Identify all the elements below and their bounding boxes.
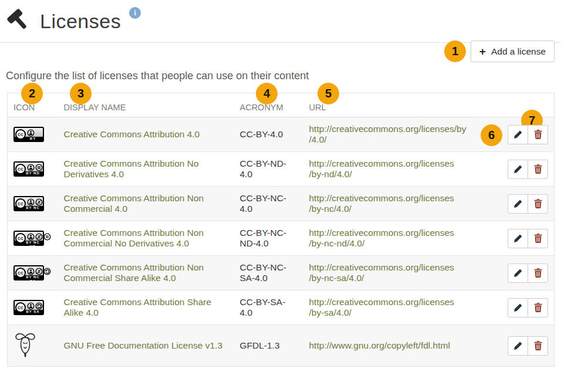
- license-icon-cell: [8, 325, 58, 367]
- pencil-icon: [513, 130, 522, 139]
- info-icon[interactable]: i: [129, 7, 141, 19]
- add-license-button[interactable]: + Add a license: [471, 40, 555, 62]
- edit-license-button[interactable]: [508, 125, 528, 144]
- pencil-icon: [513, 303, 522, 312]
- license-acronym: CC-BY-4.0: [234, 117, 303, 152]
- cc-by-sa-badge: ccBY SA: [13, 300, 44, 315]
- license-url-link[interactable]: http://creativecommons.org/licenses/by/4…: [309, 124, 467, 144]
- delete-license-button[interactable]: [528, 125, 548, 144]
- pencil-icon: [513, 269, 522, 278]
- table-row: ccBY SACreative Commons Attribution Shar…: [8, 290, 555, 325]
- row-action-buttons: [508, 263, 548, 283]
- table-row: ccBY NDCreative Commons Attribution No D…: [8, 152, 555, 187]
- license-url-link[interactable]: http://creativecommons.org/licenses/by-n…: [309, 262, 454, 283]
- cc-by-nc-nd-badge: cc$BY NC ND: [13, 231, 44, 246]
- license-acronym: CC-BY-NC-4.0: [234, 187, 303, 221]
- licenses-admin-page: Licenses i + Add a license Configure the…: [0, 0, 561, 392]
- pencil-icon: [513, 200, 522, 208]
- license-name-link[interactable]: Creative Commons Attribution 4.0: [64, 129, 200, 139]
- license-url-link[interactable]: http://creativecommons.org/licenses/by-n…: [309, 158, 454, 179]
- gnu-head-icon: [13, 349, 37, 359]
- edit-license-button[interactable]: [508, 336, 528, 356]
- cc-by-nc-badge: cc$BY NC: [13, 196, 44, 211]
- delete-license-button[interactable]: [528, 336, 548, 356]
- cc-by-nd-badge: ccBY ND: [13, 161, 44, 177]
- license-acronym: CC-BY-ND-4.0: [234, 152, 303, 187]
- pencil-icon: [513, 234, 522, 243]
- edit-license-button[interactable]: [508, 298, 528, 317]
- trash-icon: [534, 268, 542, 278]
- table-row: cc$BY NCCreative Commons Attribution Non…: [8, 187, 555, 221]
- callout-5: 5: [317, 83, 339, 104]
- delete-license-button[interactable]: [528, 298, 548, 317]
- edit-license-button[interactable]: [508, 229, 528, 248]
- trash-icon: [534, 130, 542, 139]
- delete-license-button[interactable]: [528, 160, 548, 179]
- pencil-icon: [513, 165, 522, 174]
- table-row: cc$BY NC NDCreative Commons Attribution …: [8, 221, 555, 256]
- license-url-link[interactable]: http://www.gnu.org/copyleft/fdl.html: [309, 340, 450, 350]
- table-row: GNU Free Documentation License v1.3GFDL-…: [8, 325, 555, 367]
- license-icon-cell: cc$BY NC ND: [8, 221, 58, 256]
- delete-license-button[interactable]: [528, 229, 548, 248]
- license-name-link[interactable]: Creative Commons Attribution Non Commerc…: [64, 193, 204, 214]
- license-acronym: CC-BY-SA-4.0: [234, 290, 303, 325]
- callout-6: 6: [481, 124, 502, 146]
- license-icon-cell: ccBY: [8, 117, 58, 152]
- edit-license-button[interactable]: [508, 263, 528, 283]
- license-icon-cell: cc$BY NC SA: [8, 256, 58, 290]
- edit-license-button[interactable]: [508, 194, 528, 214]
- trash-icon: [534, 164, 542, 174]
- delete-license-button[interactable]: [528, 263, 548, 283]
- trash-icon: [534, 199, 542, 208]
- license-name-link[interactable]: Creative Commons Attribution Non Commerc…: [64, 228, 204, 248]
- table-row: ccBYCreative Commons Attribution 4.0CC-B…: [8, 117, 555, 152]
- license-url-link[interactable]: http://creativecommons.org/licenses/by-n…: [309, 228, 454, 248]
- row-action-buttons: [508, 229, 548, 248]
- plus-icon: +: [479, 46, 486, 57]
- license-acronym: CC-BY-NC-ND-4.0: [234, 221, 303, 256]
- license-icon-cell: ccBY SA: [8, 290, 58, 325]
- delete-license-button[interactable]: [528, 194, 548, 214]
- cc-by-badge: ccBY: [13, 127, 44, 142]
- license-name-link[interactable]: Creative Commons Attribution Non Commerc…: [64, 262, 204, 283]
- callout-3: 3: [70, 83, 92, 104]
- row-action-buttons: [508, 298, 548, 317]
- callout-4: 4: [256, 83, 278, 104]
- row-action-buttons: [508, 194, 548, 214]
- row-action-buttons: [508, 160, 548, 179]
- row-action-buttons: [508, 125, 548, 144]
- gavel-icon: [5, 8, 32, 34]
- license-url-link[interactable]: http://creativecommons.org/licenses/by-n…: [309, 193, 454, 214]
- callout-1: 1: [444, 40, 466, 62]
- licenses-table: ICONDISPLAY NAMEACRONYMURL ccBYCreative …: [7, 93, 555, 367]
- license-name-link[interactable]: Creative Commons Attribution Share Alike…: [64, 297, 212, 317]
- callout-2: 2: [21, 83, 43, 104]
- page-title: Licenses: [40, 10, 121, 33]
- trash-icon: [534, 341, 542, 350]
- pencil-icon: [513, 342, 522, 350]
- license-icon-cell: ccBY ND: [8, 152, 58, 187]
- trash-icon: [534, 303, 542, 312]
- page-header: Licenses i: [0, 0, 561, 36]
- table-row: cc$BY NC SACreative Commons Attribution …: [8, 256, 555, 290]
- cc-by-nc-sa-badge: cc$BY NC SA: [13, 265, 44, 281]
- license-name-link[interactable]: GNU Free Documentation License v1.3: [64, 340, 223, 350]
- license-url-link[interactable]: http://creativecommons.org/licenses/by-s…: [309, 297, 454, 317]
- license-name-link[interactable]: Creative Commons Attribution No Derivati…: [64, 158, 199, 179]
- add-license-button-label: Add a license: [491, 46, 546, 57]
- row-action-buttons: [508, 336, 548, 356]
- license-acronym: GFDL-1.3: [234, 325, 303, 367]
- edit-license-button[interactable]: [508, 160, 528, 179]
- license-acronym: CC-BY-NC-SA-4.0: [234, 256, 303, 290]
- trash-icon: [534, 234, 542, 243]
- license-icon-cell: cc$BY NC: [8, 187, 58, 221]
